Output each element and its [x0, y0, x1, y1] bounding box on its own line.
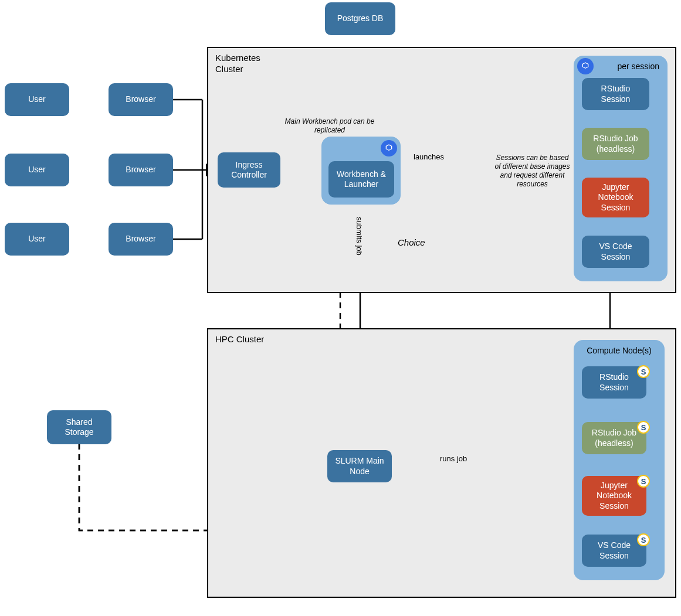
- node-label: RStudio Session: [585, 84, 646, 104]
- node-label: RStudio Job (headless): [585, 134, 646, 154]
- node-rstudio-job-k8s: RStudio Job (headless): [582, 128, 649, 160]
- node-label: Browser: [126, 234, 155, 244]
- caption-replicated: Main Workbench pod can be replicated: [271, 117, 388, 135]
- node-user-3: User: [5, 223, 69, 256]
- caption-base-images: Sessions can be based of different base …: [493, 154, 572, 189]
- node-browser-2: Browser: [109, 154, 173, 186]
- edge-label-runs-job: runs job: [440, 454, 467, 463]
- node-label: User: [28, 165, 46, 175]
- node-label: Browser: [126, 94, 155, 105]
- node-ingress-controller: Ingress Controller: [218, 152, 280, 188]
- singularity-icon: S: [637, 533, 650, 546]
- node-workbench-launcher: Workbench & Launcher: [328, 161, 394, 198]
- cluster-label-hpc: HPC Cluster: [215, 334, 264, 345]
- edge-label-choice: Choice: [398, 237, 425, 247]
- cluster-label-k8s: Kubernetes Cluster: [215, 53, 260, 75]
- node-browser-3: Browser: [109, 223, 173, 256]
- node-vscode-session-k8s: VS Code Session: [582, 236, 649, 268]
- edge-label-submits-job: submits job: [355, 217, 364, 256]
- node-user-2: User: [5, 154, 69, 186]
- node-label: VS Code Session: [585, 540, 643, 561]
- node-label: User: [28, 94, 46, 105]
- node-label: Shared Storage: [50, 417, 108, 438]
- pod-label-per-session: per session: [617, 62, 659, 71]
- node-browser-1: Browser: [109, 83, 173, 116]
- pod-icon: [577, 58, 594, 74]
- node-label: SLURM Main Node: [331, 456, 388, 477]
- pod-label-compute: Compute Node(s): [574, 346, 665, 355]
- node-label: Jupyter Notebook Session: [585, 182, 646, 213]
- node-label: Postgres DB: [337, 13, 384, 24]
- node-postgres: Postgres DB: [325, 2, 395, 35]
- node-rstudio-session-k8s: RStudio Session: [582, 78, 649, 110]
- node-label: User: [28, 234, 46, 244]
- node-label: RStudio Job (headless): [585, 428, 643, 448]
- node-slurm-main: SLURM Main Node: [327, 450, 392, 482]
- node-jupyter-session-k8s: Jupyter Notebook Session: [582, 178, 649, 217]
- node-label: Workbench & Launcher: [332, 169, 391, 190]
- singularity-icon: S: [637, 475, 650, 488]
- singularity-icon: S: [637, 365, 650, 378]
- singularity-icon: S: [637, 421, 650, 434]
- edge-label-launches: launches: [414, 152, 444, 161]
- node-label: Browser: [126, 165, 155, 175]
- node-user-1: User: [5, 83, 69, 116]
- node-label: VS Code Session: [585, 241, 646, 262]
- node-label: Jupyter Notebook Session: [585, 481, 643, 512]
- node-label: RStudio Session: [585, 372, 643, 393]
- pod-icon: [381, 140, 397, 156]
- node-shared-storage: Shared Storage: [47, 410, 111, 444]
- node-label: Ingress Controller: [221, 160, 277, 181]
- diagram-canvas: Postgres DB User Browser User Browser Us…: [0, 0, 681, 616]
